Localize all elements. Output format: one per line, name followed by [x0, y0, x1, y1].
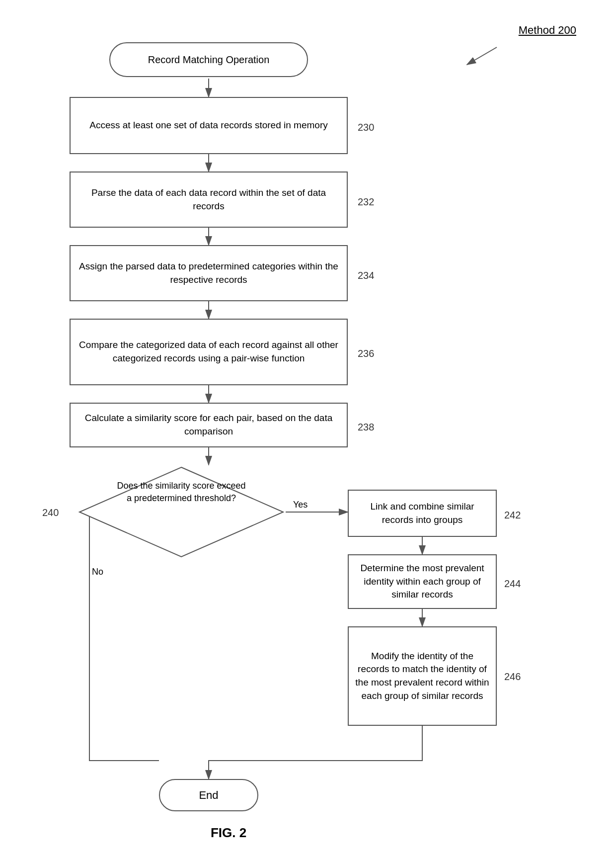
method-label: Method 200 [519, 24, 576, 37]
step-244-box: Determine the most prevalent identity wi… [348, 554, 497, 609]
step-230-num: 230 [358, 122, 374, 133]
step-234-box: Assign the parsed data to predetermined … [70, 245, 348, 301]
step-242-box: Link and combine similar records into gr… [348, 490, 497, 537]
step-236-box: Compare the categorized data of each rec… [70, 319, 348, 385]
step-234-text: Assign the parsed data to predetermined … [77, 260, 341, 286]
no-label: No [92, 567, 103, 577]
step-232-box: Parse the data of each data record withi… [70, 172, 348, 228]
step-246-text: Modify the identity of the records to ma… [355, 650, 490, 702]
diamond-240-num: 240 [42, 507, 59, 518]
start-label: Record Matching Operation [148, 54, 270, 66]
fig-caption: FIG. 2 [179, 825, 278, 841]
step-230-text: Access at least one set of data records … [89, 119, 327, 132]
end-label: End [199, 789, 218, 802]
step-242-text: Link and combine similar records into gr… [355, 500, 490, 526]
diamond-240-text: Does the similarity score exceed a prede… [117, 480, 246, 505]
end-oval: End [159, 779, 258, 811]
step-232-num: 232 [358, 196, 374, 208]
diamond-240: Does the similarity score exceed a prede… [77, 465, 286, 559]
step-236-num: 236 [358, 348, 374, 359]
step-234-num: 234 [358, 270, 374, 281]
step-232-text: Parse the data of each data record withi… [77, 186, 341, 213]
yes-label: Yes [293, 500, 308, 510]
diagram-container: Method 200 Record Matching Operation Acc… [0, 0, 616, 862]
svg-line-10 [467, 47, 497, 65]
step-246-box: Modify the identity of the records to ma… [348, 626, 497, 726]
step-238-text: Calculate a similarity score for each pa… [77, 412, 341, 438]
step-244-text: Determine the most prevalent identity wi… [355, 562, 490, 602]
step-238-num: 238 [358, 422, 374, 433]
start-oval: Record Matching Operation [109, 42, 308, 77]
step-244-num: 244 [504, 578, 521, 590]
step-242-num: 242 [504, 510, 521, 521]
step-246-num: 246 [504, 671, 521, 683]
step-236-text: Compare the categorized data of each rec… [77, 339, 341, 365]
step-230-box: Access at least one set of data records … [70, 97, 348, 154]
step-238-box: Calculate a similarity score for each pa… [70, 403, 348, 447]
